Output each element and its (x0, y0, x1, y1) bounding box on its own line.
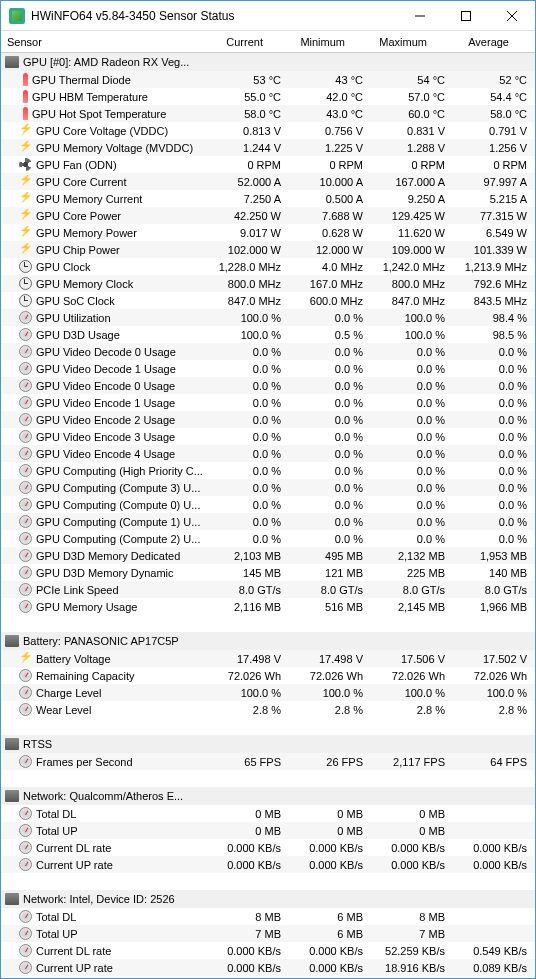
value-average: 0.0 % (453, 465, 535, 477)
sensor-row[interactable]: GPU Computing (Compute 1) U...0.0 %0.0 %… (1, 513, 535, 530)
value-current: 0.0 % (207, 448, 289, 460)
value-current: 847.0 MHz (207, 295, 289, 307)
sensor-row[interactable]: PCIe Link Speed8.0 GT/s8.0 GT/s8.0 GT/s8… (1, 581, 535, 598)
value-minimum: 0.628 W (289, 227, 371, 239)
col-minimum[interactable]: Minimum (271, 36, 353, 48)
sensor-row[interactable]: Current DL rate0.000 KB/s0.000 KB/s52.25… (1, 942, 535, 959)
value-maximum: 0.0 % (371, 448, 453, 460)
sensor-label: GPU D3D Usage (36, 329, 120, 341)
column-headers[interactable]: Sensor Current Minimum Maximum Average (1, 31, 535, 53)
sensor-row[interactable]: GPU HBM Temperature55.0 °C42.0 °C57.0 °C… (1, 88, 535, 105)
sensor-row[interactable]: GPU Computing (Compute 0) U...0.0 %0.0 %… (1, 496, 535, 513)
sensor-row[interactable]: Total DL0 MB0 MB0 MB (1, 805, 535, 822)
value-current: 9.017 W (207, 227, 289, 239)
sensor-row[interactable]: GPU Video Encode 3 Usage0.0 %0.0 %0.0 %0… (1, 428, 535, 445)
sensor-label: GPU Utilization (36, 312, 111, 324)
value-minimum: 0.5 % (289, 329, 371, 341)
sensor-row[interactable]: Wear Level2.8 %2.8 %2.8 %2.8 % (1, 701, 535, 718)
sensor-row[interactable]: Current UP rate0.000 KB/s0.000 KB/s18.91… (1, 959, 535, 976)
sensor-row[interactable]: Total DL8 MB6 MB8 MB (1, 908, 535, 925)
app-icon (9, 8, 25, 24)
sensor-row[interactable]: Charge Level100.0 %100.0 %100.0 %100.0 % (1, 684, 535, 701)
value-average: 58.0 °C (453, 108, 535, 120)
value-minimum: 0.500 A (289, 193, 371, 205)
spacer (1, 873, 535, 890)
sensor-row[interactable]: GPU Fan (ODN)0 RPM0 RPM0 RPM0 RPM (1, 156, 535, 173)
bolt-icon (19, 124, 32, 137)
sensor-row[interactable]: Frames per Second65 FPS26 FPS2,117 FPS64… (1, 753, 535, 770)
maximize-button[interactable] (443, 1, 489, 30)
titlebar[interactable]: HWiNFO64 v5.84-3450 Sensor Status (1, 1, 535, 31)
sensor-row[interactable]: GPU Video Encode 4 Usage0.0 %0.0 %0.0 %0… (1, 445, 535, 462)
chip-icon (5, 635, 19, 647)
value-maximum: 800.0 MHz (371, 278, 453, 290)
sensor-row[interactable]: GPU Chip Power102.000 W12.000 W109.000 W… (1, 241, 535, 258)
value-current: 0.0 % (207, 482, 289, 494)
sensor-label: GPU Video Decode 0 Usage (36, 346, 176, 358)
sensor-row[interactable]: GPU Computing (High Priority C...0.0 %0.… (1, 462, 535, 479)
dash-icon (19, 464, 32, 477)
sensor-row[interactable]: GPU Video Encode 2 Usage0.0 %0.0 %0.0 %0… (1, 411, 535, 428)
sensor-label: Remaining Capacity (36, 670, 134, 682)
value-maximum: 0.0 % (371, 482, 453, 494)
value-maximum: 2,132 MB (371, 550, 453, 562)
group-header[interactable]: GPU [#0]: AMD Radeon RX Veg... (1, 53, 535, 71)
sensor-row[interactable]: GPU Core Voltage (VDDC)0.813 V0.756 V0.8… (1, 122, 535, 139)
value-maximum: 100.0 % (371, 312, 453, 324)
col-current[interactable]: Current (189, 36, 271, 48)
value-maximum: 0.0 % (371, 533, 453, 545)
sensor-row[interactable]: GPU Video Decode 1 Usage0.0 %0.0 %0.0 %0… (1, 360, 535, 377)
sensor-row[interactable]: Remaining Capacity72.026 Wh72.026 Wh72.0… (1, 667, 535, 684)
group-header[interactable]: Network: Qualcomm/Atheros E... (1, 787, 535, 805)
minimize-button[interactable] (397, 1, 443, 30)
sensor-row[interactable]: GPU Computing (Compute 2) U...0.0 %0.0 %… (1, 530, 535, 547)
sensor-row[interactable]: GPU Clock1,228.0 MHz4.0 MHz1,242.0 MHz1,… (1, 258, 535, 275)
clock-icon (19, 260, 32, 273)
value-minimum: 121 MB (289, 567, 371, 579)
sensor-row[interactable]: GPU Memory Voltage (MVDDC)1.244 V1.225 V… (1, 139, 535, 156)
group-header[interactable]: RTSS (1, 735, 535, 753)
value-current: 0.0 % (207, 397, 289, 409)
sensor-row[interactable]: Current DL rate0.000 KB/s0.000 KB/s0.000… (1, 839, 535, 856)
sensor-row[interactable]: GPU Memory Clock800.0 MHz167.0 MHz800.0 … (1, 275, 535, 292)
group-header[interactable]: Battery: PANASONIC AP17C5P (1, 632, 535, 650)
sensor-row[interactable]: GPU Thermal Diode53 °C43 °C54 °C52 °C (1, 71, 535, 88)
value-average: 1,213.9 MHz (453, 261, 535, 273)
sensor-row[interactable]: GPU Video Decode 0 Usage0.0 %0.0 %0.0 %0… (1, 343, 535, 360)
group-header[interactable]: Network: Intel, Device ID: 2526 (1, 890, 535, 908)
sensor-row[interactable]: GPU Video Encode 0 Usage0.0 %0.0 %0.0 %0… (1, 377, 535, 394)
sensor-row[interactable]: GPU Video Encode 1 Usage0.0 %0.0 %0.0 %0… (1, 394, 535, 411)
value-current: 1.244 V (207, 142, 289, 154)
sensor-row[interactable]: GPU SoC Clock847.0 MHz600.0 MHz847.0 MHz… (1, 292, 535, 309)
close-button[interactable] (489, 1, 535, 30)
sensor-list[interactable]: GPU [#0]: AMD Radeon RX Veg...GPU Therma… (1, 53, 535, 977)
value-maximum: 0.0 % (371, 346, 453, 358)
sensor-row[interactable]: Total UP0 MB0 MB0 MB (1, 822, 535, 839)
col-sensor[interactable]: Sensor (1, 36, 189, 48)
temp-icon (23, 90, 28, 103)
value-current: 53 °C (207, 74, 289, 86)
value-current: 0.0 % (207, 380, 289, 392)
col-maximum[interactable]: Maximum (353, 36, 435, 48)
value-current: 2.8 % (207, 704, 289, 716)
value-average: 0.0 % (453, 414, 535, 426)
dash-icon (19, 532, 32, 545)
sensor-row[interactable]: GPU Core Power42.250 W7.688 W129.425 W77… (1, 207, 535, 224)
sensor-row[interactable]: Total UP7 MB6 MB7 MB (1, 925, 535, 942)
sensor-row[interactable]: GPU Computing (Compute 3) U...0.0 %0.0 %… (1, 479, 535, 496)
sensor-label: GPU Video Encode 4 Usage (36, 448, 175, 460)
sensor-row[interactable]: GPU Memory Power9.017 W0.628 W11.620 W6.… (1, 224, 535, 241)
sensor-row[interactable]: Current UP rate0.000 KB/s0.000 KB/s0.000… (1, 856, 535, 873)
sensor-row[interactable]: GPU D3D Memory Dynamic145 MB121 MB225 MB… (1, 564, 535, 581)
sensor-row[interactable]: GPU Hot Spot Temperature58.0 °C43.0 °C60… (1, 105, 535, 122)
sensor-row[interactable]: GPU Memory Current7.250 A0.500 A9.250 A5… (1, 190, 535, 207)
sensor-row[interactable]: GPU Memory Usage2,116 MB516 MB2,145 MB1,… (1, 598, 535, 615)
sensor-row[interactable]: GPU Utilization100.0 %0.0 %100.0 %98.4 % (1, 309, 535, 326)
value-minimum: 0.0 % (289, 516, 371, 528)
sensor-row[interactable]: GPU Core Current52.000 A10.000 A167.000 … (1, 173, 535, 190)
value-average: 0.0 % (453, 346, 535, 358)
col-average[interactable]: Average (435, 36, 517, 48)
sensor-row[interactable]: GPU D3D Memory Dedicated2,103 MB495 MB2,… (1, 547, 535, 564)
sensor-row[interactable]: GPU D3D Usage100.0 %0.5 %100.0 %98.5 % (1, 326, 535, 343)
sensor-row[interactable]: Battery Voltage17.498 V17.498 V17.506 V1… (1, 650, 535, 667)
